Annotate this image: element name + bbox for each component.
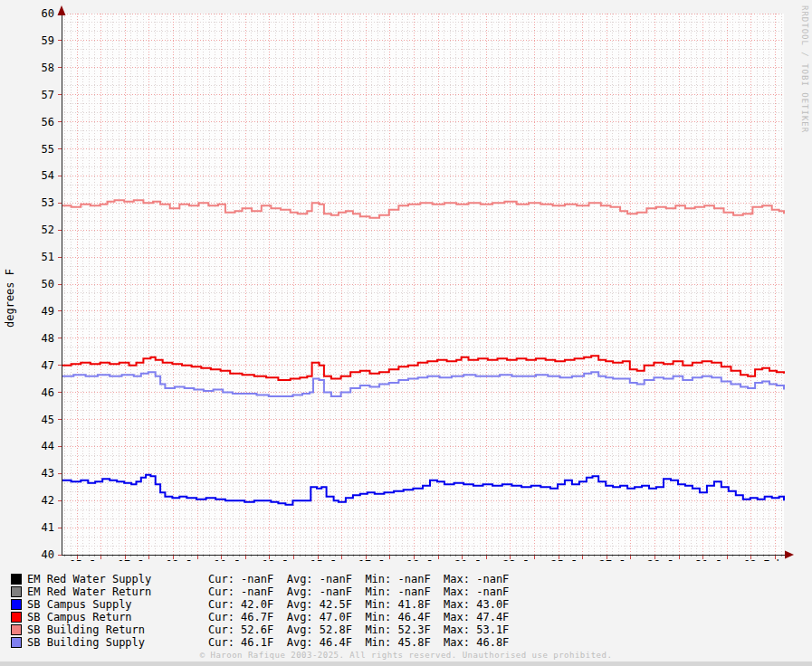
y-tick-label: 55	[42, 143, 54, 156]
x-tick-label: 09 Jan	[166, 558, 205, 561]
legend-swatch	[11, 599, 22, 610]
x-tick-label: 29 Jan	[647, 558, 686, 561]
y-tick-label: 58	[42, 62, 54, 74]
x-tick-label: 02 Feb	[743, 558, 782, 561]
legend-label: SB Campus Return	[27, 611, 208, 623]
legend-swatch	[11, 586, 22, 597]
rrdtool-watermark: RRDTOOL / TOBI OETIKER	[800, 5, 809, 133]
legend-row: EM Red Water Return Cur: -nanF Avg: -nan…	[11, 585, 509, 598]
x-tick-label: 17 Jan	[358, 558, 397, 561]
y-tick-label: 54	[42, 169, 54, 182]
legend-label: SB Campus Supply	[27, 598, 208, 611]
legend-swatch	[11, 637, 22, 648]
y-tick-label: 52	[42, 224, 54, 236]
legend-row: SB Building Supply Cur: 46.1F Avg: 46.4F…	[11, 636, 509, 649]
y-tick-label: 43	[42, 467, 54, 480]
legend-stats: Cur: 46.7F Avg: 47.0F Min: 46.4F Max: 47…	[208, 611, 509, 623]
x-tick-label: 19 Jan	[406, 558, 445, 561]
bottom-border	[0, 661, 812, 666]
legend-row: SB Campus Supply Cur: 42.0F Avg: 42.5F M…	[11, 598, 509, 611]
x-axis-arrow	[785, 551, 794, 559]
legend-swatch	[11, 612, 22, 623]
y-axis-arrow	[58, 5, 66, 15]
legend-row: EM Red Water Supply Cur: -nanF Avg: -nan…	[11, 573, 509, 585]
y-tick-label: 59	[42, 34, 54, 47]
x-tick-label: 27 Jan	[599, 558, 638, 561]
legend-label: EM Red Water Return	[27, 585, 208, 598]
legend-swatch	[11, 624, 22, 635]
y-tick-label: 53	[42, 196, 54, 209]
legend-label: SB Building Return	[27, 623, 208, 636]
legend-stats: Cur: 42.0F Avg: 42.5F Min: 41.8F Max: 43…	[208, 598, 509, 611]
y-tick-label: 49	[42, 305, 54, 318]
x-tick-label: 07 Jan	[118, 558, 157, 561]
y-tick-label: 56	[42, 116, 54, 128]
x-tick-label: 25 Jan	[551, 558, 590, 561]
x-tick-label: 21 Jan	[454, 558, 493, 561]
y-tick-label: 44	[42, 440, 54, 452]
y-tick-label: 40	[42, 548, 54, 561]
y-tick-label: 57	[42, 89, 54, 101]
y-tick-label: 47	[42, 359, 54, 372]
x-tick-label: 05 Jan	[70, 558, 109, 561]
y-tick-label: 50	[42, 278, 54, 290]
legend-stats: Cur: -nanF Avg: -nanF Min: -nanF Max: -n…	[208, 585, 509, 598]
legend-label: SB Building Supply	[27, 636, 208, 649]
y-tick-label: 41	[42, 521, 54, 534]
x-tick-label: 11 Jan	[214, 558, 253, 561]
x-tick-label: 23 Jan	[502, 558, 541, 561]
legend-swatch	[11, 574, 22, 585]
legend-stats: Cur: -nanF Avg: -nanF Min: -nanF Max: -n…	[208, 573, 509, 585]
y-axis-title: degrees F	[4, 269, 16, 328]
y-tick-label: 42	[42, 494, 54, 507]
x-tick-label: 15 Jan	[310, 558, 349, 561]
y-tick-label: 51	[42, 251, 54, 263]
legend-stats: Cur: 52.6F Avg: 52.8F Min: 52.3F Max: 53…	[208, 623, 509, 636]
y-tick-label: 60	[42, 7, 54, 20]
copyright-footer: © Haroon Rafique 2003-2025. All rights r…	[0, 651, 812, 660]
legend-stats: Cur: 46.1F Avg: 46.4F Min: 45.8F Max: 46…	[208, 636, 509, 649]
chart-canvas: 4041424344454647484950515253545556575859…	[0, 0, 812, 561]
y-tick-label: 45	[42, 414, 54, 426]
x-tick-label: 31 Jan	[695, 558, 734, 561]
legend-label: EM Red Water Supply	[27, 573, 208, 585]
rrdtool-graph: 4041424344454647484950515253545556575859…	[0, 0, 812, 666]
y-tick-label: 48	[42, 332, 54, 345]
y-tick-label: 46	[42, 386, 54, 399]
x-tick-label: 13 Jan	[262, 558, 301, 561]
legend-row: SB Building Return Cur: 52.6F Avg: 52.8F…	[11, 623, 509, 636]
legend: EM Red Water Supply Cur: -nanF Avg: -nan…	[11, 573, 509, 649]
legend-row: SB Campus Return Cur: 46.7F Avg: 47.0F M…	[11, 611, 509, 623]
